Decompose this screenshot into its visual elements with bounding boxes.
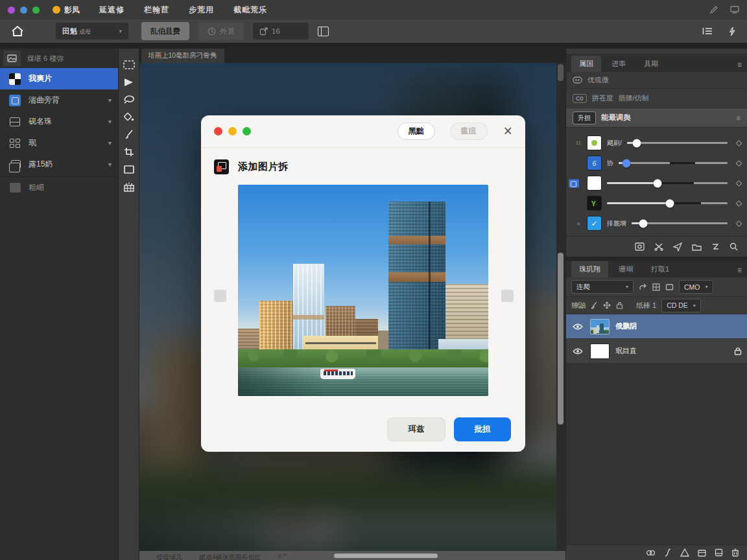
sidebar-item-backgrounds[interactable]: 湍曲旁背 ▾ bbox=[0, 89, 118, 111]
blend-mode-select[interactable]: 连爬 ▾ bbox=[571, 280, 634, 294]
layer-row-background[interactable]: 珉目直 bbox=[566, 339, 747, 364]
checkbox-checked-icon[interactable]: ✓ bbox=[587, 216, 602, 231]
tab-info[interactable]: 进串 bbox=[604, 56, 634, 72]
menu-item-1[interactable]: 延遮修 bbox=[99, 5, 124, 16]
scrollbar-thumb[interactable] bbox=[558, 253, 563, 425]
pattern-tool-icon[interactable] bbox=[122, 181, 136, 192]
quick-action-bolt-icon[interactable] bbox=[728, 27, 735, 36]
sidebar-item-palettes[interactable]: 砚名珠 ▾ bbox=[0, 111, 118, 132]
bucket-tool-icon[interactable] bbox=[122, 111, 136, 122]
close-icon[interactable]: × bbox=[504, 124, 512, 139]
slider-knob[interactable] bbox=[639, 219, 647, 228]
vertical-scrollbar[interactable] bbox=[556, 63, 565, 551]
slider-track[interactable] bbox=[627, 142, 728, 144]
tab-layers[interactable]: 珠玑翔 bbox=[571, 261, 608, 277]
sidebar-item-grids[interactable]: 珉 ▾ bbox=[0, 132, 118, 154]
folder-icon[interactable] bbox=[692, 243, 702, 251]
clip-icon[interactable] bbox=[639, 283, 647, 291]
sidebar-item-photos[interactable]: 我爽片 bbox=[0, 68, 118, 89]
lock-move-icon[interactable] bbox=[603, 301, 611, 309]
traffic-light-green-icon[interactable] bbox=[32, 6, 40, 14]
confirm-button[interactable]: 批担 bbox=[454, 417, 511, 441]
tab-tools[interactable]: 具期 bbox=[636, 56, 666, 72]
fx-icon[interactable] bbox=[664, 548, 672, 557]
panel-menu-icon[interactable]: ≡ bbox=[737, 60, 742, 72]
zoom-traffic-icon[interactable] bbox=[243, 127, 251, 135]
marquee-tool-icon[interactable] bbox=[122, 59, 136, 70]
nav-prev-button[interactable] bbox=[214, 290, 226, 302]
traffic-light-blue-icon[interactable] bbox=[20, 6, 27, 14]
close-traffic-icon[interactable] bbox=[214, 127, 222, 135]
display-icon[interactable] bbox=[730, 6, 739, 14]
layer-thumbnail[interactable] bbox=[590, 344, 610, 359]
layer-row-image[interactable]: 俄鹏阴 bbox=[566, 314, 747, 339]
lasso-tool-icon[interactable] bbox=[122, 94, 136, 105]
lock-all-icon[interactable] bbox=[616, 301, 623, 309]
history-button[interactable]: 外算 bbox=[198, 22, 244, 40]
slider-track[interactable] bbox=[607, 182, 728, 184]
swatch-white[interactable] bbox=[587, 176, 602, 191]
menu-item-2[interactable]: 栏翰苣 bbox=[144, 5, 169, 16]
menu-item-4[interactable]: 截毗荒乐 bbox=[233, 5, 267, 16]
swatch-black-green[interactable]: Y. bbox=[587, 196, 602, 211]
scrollbar-thumb-top[interactable] bbox=[558, 64, 563, 81]
pencil-icon[interactable] bbox=[709, 5, 718, 14]
dialog-disabled-button[interactable]: 瘟疽 bbox=[450, 122, 488, 140]
fill-select[interactable]: CD DE ▾ bbox=[661, 299, 701, 312]
preset-menu-icon[interactable]: ≡ bbox=[737, 114, 741, 122]
cancel-button[interactable]: 珥兹 bbox=[387, 417, 445, 441]
move-tool-icon[interactable] bbox=[122, 76, 136, 88]
lock-brush-icon[interactable] bbox=[591, 301, 598, 309]
grid-lock-icon[interactable] bbox=[652, 283, 660, 291]
app-menu[interactable]: 影凤 bbox=[53, 5, 80, 16]
canvas[interactable]: 母母绿几 建成4横张悬廊布包红 = * 黑黜 瘟 bbox=[139, 63, 565, 560]
new-group-icon[interactable] bbox=[698, 549, 706, 557]
frame-lock-icon[interactable] bbox=[665, 283, 674, 291]
document-tab[interactable]: 培画上10毫郡房刁骨隽 bbox=[141, 49, 224, 63]
slider-knob[interactable] bbox=[633, 139, 641, 147]
dialog-secondary-button[interactable]: 黑黜 bbox=[397, 122, 435, 140]
sidebar-item-templates[interactable]: 露15奶 ▾ bbox=[0, 154, 118, 175]
mode-badge[interactable]: C0 bbox=[573, 94, 587, 103]
visibility-eye-icon[interactable] bbox=[571, 348, 584, 355]
quick-preset-row[interactable]: 优巯微 bbox=[566, 72, 747, 89]
search-icon[interactable] bbox=[729, 242, 738, 251]
adjustment-mask-icon[interactable] bbox=[680, 548, 689, 557]
tab-paths[interactable]: 打取1 bbox=[643, 261, 677, 277]
minimize-traffic-icon[interactable] bbox=[228, 127, 237, 135]
opacity-select[interactable]: CMO ▾ bbox=[679, 280, 713, 294]
refresh-icon[interactable] bbox=[711, 242, 720, 251]
lock-icon[interactable] bbox=[734, 347, 742, 355]
brush-tool-icon[interactable] bbox=[122, 129, 136, 140]
new-layer-icon[interactable] bbox=[715, 548, 723, 557]
scissors-icon[interactable] bbox=[654, 242, 663, 251]
delete-trash-icon[interactable] bbox=[731, 548, 739, 557]
list-view-icon[interactable] bbox=[702, 27, 713, 36]
panel-toggle-button[interactable] bbox=[318, 27, 329, 36]
link-icon[interactable] bbox=[646, 549, 656, 557]
mask-icon[interactable] bbox=[635, 242, 645, 251]
slider-track[interactable] bbox=[632, 222, 728, 224]
sidebar-item-misc[interactable]: 粗嵋 bbox=[0, 176, 118, 198]
slider-track[interactable] bbox=[607, 202, 728, 204]
slider-knob[interactable] bbox=[654, 179, 662, 187]
slider-track[interactable] bbox=[619, 162, 728, 164]
slider-knob[interactable] bbox=[622, 159, 630, 167]
tab-channels[interactable]: 珊瑚 bbox=[611, 261, 641, 277]
gallery-tab-icon[interactable] bbox=[3, 51, 21, 66]
preset-chip[interactable]: 升担 bbox=[573, 111, 596, 124]
menu-item-3[interactable]: 步荒用 bbox=[189, 5, 214, 16]
swatch-blue[interactable]: 6 bbox=[587, 156, 602, 170]
slider-knob[interactable] bbox=[665, 199, 674, 207]
share-field[interactable]: 16 bbox=[253, 23, 309, 40]
document-select[interactable]: 田魁 成母 ▾ bbox=[56, 23, 128, 40]
horizontal-scrollbar-thumb[interactable] bbox=[334, 554, 438, 558]
send-icon[interactable] bbox=[673, 242, 682, 251]
traffic-light-purple-icon[interactable] bbox=[8, 6, 15, 14]
layers-menu-icon[interactable]: ≡ bbox=[737, 266, 742, 277]
visibility-eye-icon[interactable] bbox=[571, 323, 584, 330]
swatch-white-green[interactable] bbox=[587, 135, 602, 150]
shape-tool-icon[interactable] bbox=[122, 164, 136, 175]
crop-tool-icon[interactable] bbox=[122, 146, 136, 158]
layer-thumbnail[interactable] bbox=[590, 319, 610, 334]
